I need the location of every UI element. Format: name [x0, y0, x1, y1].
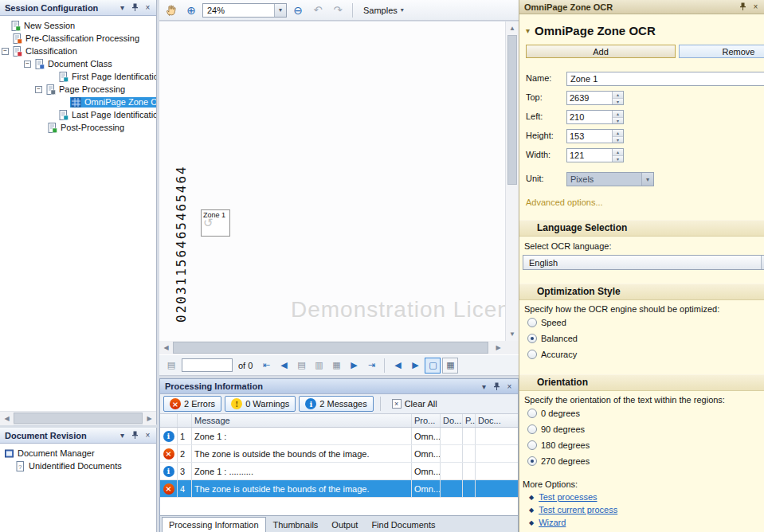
remove-zone-button[interactable]: Remove [679, 45, 764, 58]
chevron-down-icon[interactable]: ▾ [116, 2, 128, 14]
go-previous-page-button[interactable]: ◀ [276, 358, 292, 374]
tree-item-classification[interactable]: −Classification [0, 45, 156, 57]
spinner-up-icon[interactable]: ▴ [613, 111, 623, 118]
spinner-down-icon[interactable]: ▾ [613, 99, 623, 105]
replace-pages-button[interactable]: ▦ [328, 358, 344, 374]
spinner-arrows[interactable]: ▴▾ [612, 92, 623, 104]
180-degrees-radio[interactable]: 180 degrees [527, 440, 590, 451]
warnings-filter-toggle[interactable]: ! 0 Warnings [225, 396, 296, 412]
spinner-down-icon[interactable]: ▾ [613, 137, 623, 143]
scroll-down-arrow-icon[interactable]: ▼ [506, 327, 519, 341]
tree-item-omnipage-zone-ocr[interactable]: OmniPage Zone OCR [0, 96, 156, 108]
scroll-left-arrow-icon[interactable]: ◀ [0, 412, 14, 425]
page-number-input[interactable] [182, 358, 233, 372]
add-zone-button[interactable]: Add [526, 45, 676, 58]
go-first-page-button[interactable]: ⇤ [258, 358, 274, 374]
tree-expander-icon[interactable]: − [2, 48, 9, 55]
tree-item-page-processing[interactable]: −Page Processing [0, 83, 156, 96]
left-spinner[interactable]: 210▴▾ [566, 110, 624, 124]
top-spinner[interactable]: 2639▴▾ [566, 91, 624, 105]
spinner-up-icon[interactable]: ▴ [613, 149, 623, 156]
tab-output[interactable]: Output [325, 518, 364, 532]
revision-item-unidentified-documents[interactable]: ?Unidentified Documents [0, 460, 156, 472]
tree-item-first-page-identification[interactable]: First Page Identification [0, 70, 156, 83]
zoom-out-button[interactable]: ⊖ [289, 2, 307, 18]
spinner-arrows[interactable]: ▴▾ [612, 111, 623, 123]
balanced-radio[interactable]: Balanced [527, 333, 578, 344]
column-header-doc[interactable]: Doc... [476, 414, 518, 427]
canvas-vertical-scrollbar[interactable]: ▲ ▼ [505, 22, 519, 341]
column-header-do[interactable]: Do... [441, 414, 463, 427]
spinner-up-icon[interactable]: ▴ [613, 130, 623, 137]
message-row[interactable]: i3Zone 1 : ..........Omn... [160, 463, 518, 480]
scrollbar-track[interactable] [173, 341, 492, 354]
chevron-down-icon[interactable]: ▾ [116, 430, 128, 441]
undo-button[interactable]: ↶ [309, 2, 327, 18]
redo-button[interactable]: ↷ [329, 2, 347, 18]
go-last-page-button[interactable]: ⇥ [363, 358, 379, 374]
column-header-p[interactable]: P... [463, 414, 476, 427]
scroll-right-arrow-icon[interactable]: ▶ [492, 341, 505, 354]
zoom-level-combobox[interactable]: 24% ▾ [202, 3, 287, 18]
scroll-right-arrow-icon[interactable]: ▶ [143, 412, 156, 425]
column-header-message[interactable]: Message [192, 414, 412, 427]
tree-item-document-class[interactable]: −Document Class [0, 57, 156, 70]
tab-find-documents[interactable]: Find Documents [365, 518, 441, 532]
column-header-pro[interactable]: Pro... [412, 414, 441, 427]
samples-menu-button[interactable]: Samples ▾ [358, 2, 409, 18]
errors-filter-toggle[interactable]: × 2 Errors [163, 396, 221, 412]
scrollbar-thumb[interactable] [507, 35, 517, 185]
spinner-arrows[interactable]: ▴▾ [612, 149, 623, 162]
close-icon[interactable]: × [142, 430, 154, 441]
tab-thumbnails[interactable]: Thumbnails [267, 518, 325, 532]
clear-all-button[interactable]: × Clear All [387, 396, 442, 412]
zoom-in-button[interactable]: ⊕ [182, 2, 200, 18]
scrollbar-track[interactable] [14, 412, 143, 424]
scrollbar-thumb[interactable] [173, 342, 488, 354]
tree-item-new-session[interactable]: New Session [0, 19, 156, 32]
pin-icon[interactable] [129, 430, 141, 441]
chevron-down-icon[interactable]: ▾ [274, 4, 286, 17]
tree-item-post-processing[interactable]: Post-Processing [0, 121, 156, 134]
previous-document-button[interactable]: ◀ [390, 358, 406, 374]
name-input[interactable]: Zone 1 [566, 72, 764, 86]
height-spinner[interactable]: 153▴▾ [566, 129, 624, 143]
0-degrees-radio[interactable]: 0 degrees [527, 408, 580, 419]
thumbnails-view-toggle[interactable]: ▦ [442, 358, 458, 374]
accuracy-radio[interactable]: Accuracy [527, 349, 577, 360]
tree-item-last-page-identification[interactable]: Last Page Identification [0, 108, 156, 121]
width-spinner[interactable]: 121▴▾ [566, 148, 624, 162]
page-view-toggle[interactable]: ▢ [425, 358, 441, 374]
spinner-down-icon[interactable]: ▾ [613, 118, 623, 124]
scroll-left-arrow-icon[interactable]: ◀ [159, 341, 173, 354]
document-canvas[interactable]: 02031156465465464 ↺ Zone 1 Demonstration… [159, 22, 519, 341]
column-header-empty[interactable] [160, 414, 178, 427]
page-list-button[interactable]: ▤ [163, 358, 179, 374]
speed-radio[interactable]: Speed [527, 317, 566, 328]
message-row[interactable]: i1Zone 1 :Omn... [160, 428, 518, 445]
advanced-options-link[interactable]: Advanced options... [526, 198, 603, 207]
270-degrees-radio[interactable]: 270 degrees [527, 456, 590, 467]
tree-expander-icon[interactable]: − [24, 61, 31, 68]
unit-dropdown[interactable]: Pixels▾ [566, 172, 654, 186]
canvas-horizontal-scrollbar[interactable]: ◀ ▶ [159, 341, 505, 354]
copy-pages-button[interactable]: ▤ [293, 358, 309, 374]
pan-tool-button[interactable] [163, 2, 180, 18]
scroll-up-arrow-icon[interactable]: ▲ [506, 22, 519, 35]
pin-icon[interactable] [129, 2, 141, 14]
close-icon[interactable]: × [142, 2, 154, 14]
insert-pages-button[interactable]: ▥ [311, 358, 327, 374]
close-icon[interactable]: × [750, 2, 762, 13]
test-processes-link[interactable]: Test processes [539, 492, 597, 502]
scrollbar-thumb[interactable] [14, 413, 143, 424]
wizard-link[interactable]: Wizard [539, 518, 566, 527]
zone-ocr-header[interactable]: ▾ OmniPage Zone OCR [526, 24, 656, 37]
pin-icon[interactable] [491, 381, 503, 392]
ocr-language-dropdown[interactable]: English ▾ [523, 255, 764, 270]
pin-icon[interactable] [737, 2, 749, 13]
spinner-arrows[interactable]: ▴▾ [612, 130, 623, 143]
tree-expander-icon[interactable]: − [35, 86, 42, 93]
90-degrees-radio[interactable]: 90 degrees [527, 424, 585, 435]
tab-processing-information[interactable]: Processing Information [162, 517, 266, 532]
tree-horizontal-scrollbar[interactable]: ◀ ▶ [0, 411, 156, 424]
